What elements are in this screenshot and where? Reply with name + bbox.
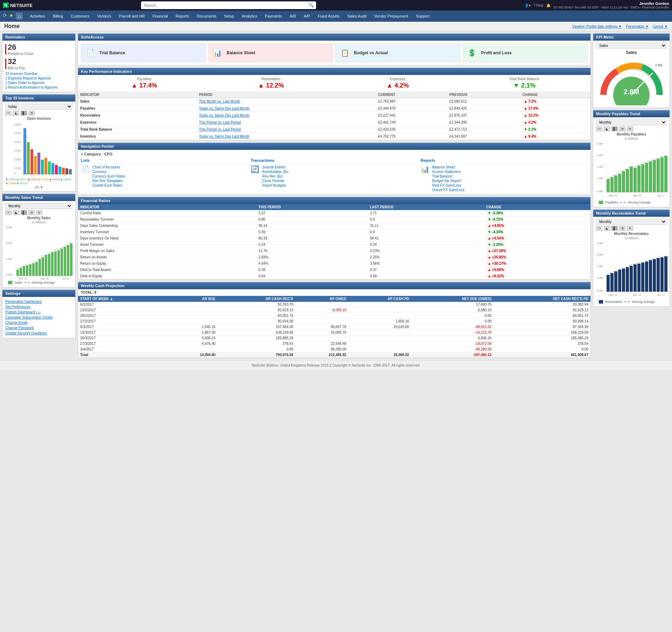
suite-card-budget[interactable]: 📋 Budget vs Actual bbox=[335, 43, 461, 62]
settings-link-0[interactable]: Personalize Dashboard bbox=[5, 299, 72, 304]
settings-link-3[interactable]: Campaign Subscription Center bbox=[5, 315, 72, 320]
back-icon[interactable]: ⟳ bbox=[3, 13, 7, 20]
nav-trans-0[interactable]: Journal Entries bbox=[262, 165, 288, 169]
suite-card-trial-balance[interactable]: 📄 Trial Balance bbox=[81, 43, 206, 62]
kpi-row-period[interactable]: Today vs. Same Day Last Month bbox=[197, 133, 376, 140]
ms-wave-icon[interactable]: ≋ bbox=[36, 210, 42, 215]
nav-activities[interactable]: Activities bbox=[26, 12, 48, 20]
settings-link-1[interactable]: Set Preferences bbox=[5, 304, 72, 310]
mp-line-icon[interactable]: 〜 bbox=[596, 126, 602, 131]
mr-wave-icon[interactable]: ≋ bbox=[627, 226, 633, 231]
nav-reports[interactable]: Reports bbox=[172, 12, 193, 20]
area-chart-icon[interactable]: ◣ bbox=[13, 111, 19, 116]
layout-control[interactable]: Layout ▼ bbox=[653, 25, 668, 28]
kpi-row-period[interactable]: This Period vs. Last Period bbox=[197, 126, 376, 133]
nav-list-0[interactable]: Chart of Accounts bbox=[92, 165, 125, 169]
nav-fixed-assets[interactable]: Fixed Assets bbox=[314, 12, 343, 20]
settings-link-2[interactable]: Publish Dashboard List bbox=[5, 310, 72, 315]
svg-text:5,000: 5,000 bbox=[14, 132, 21, 135]
mp-pie-icon[interactable]: ◔ bbox=[619, 126, 625, 131]
nav-report-0[interactable]: Balance Sheet bbox=[432, 165, 464, 169]
nav-trans-2[interactable]: Rev Rec JEs bbox=[262, 174, 288, 179]
kpi-expenses-value: ▲ 4.2% bbox=[334, 82, 461, 89]
mr-bar-icon[interactable]: ▌ bbox=[611, 226, 618, 231]
nav-ap[interactable]: A/P bbox=[300, 12, 314, 20]
nav-customers[interactable]: Customers bbox=[67, 12, 93, 20]
help-link[interactable]: ? Help bbox=[533, 4, 544, 7]
ms-area-icon[interactable]: ◣ bbox=[13, 210, 19, 215]
nav-billing[interactable]: Billing bbox=[49, 12, 66, 20]
pie-chart-icon[interactable]: ◔ bbox=[28, 111, 35, 116]
ms-pie-icon[interactable]: ◔ bbox=[28, 210, 35, 215]
monthly-receivables-select[interactable]: Monthly bbox=[596, 219, 667, 225]
nav-support[interactable]: Support bbox=[412, 12, 433, 20]
nav-report-5[interactable]: Unrizd FX Gain/Loss bbox=[432, 188, 464, 192]
personalize-control[interactable]: Personalize ▼ bbox=[626, 25, 649, 28]
kpi-row-period[interactable]: This Period vs. Last Period bbox=[197, 119, 376, 126]
settings-link-5[interactable]: Change Password bbox=[5, 325, 72, 331]
nav-trans-4[interactable]: Import Budgets bbox=[262, 183, 288, 188]
nav-documents[interactable]: Documents bbox=[193, 12, 220, 20]
kpi-row-change: ▲ 12.2% bbox=[520, 112, 590, 119]
search-input[interactable] bbox=[141, 1, 316, 9]
kpi-row-period[interactable]: Today vs. Same Day Last Month bbox=[197, 112, 376, 119]
star-icon[interactable]: ★ bbox=[9, 13, 14, 20]
kpi-row-previous: £2,849,425 bbox=[447, 105, 520, 112]
nav-report-2[interactable]: Trial Balance bbox=[432, 174, 464, 179]
user-icon[interactable]: 👤▾ bbox=[525, 4, 531, 7]
nav-vendors[interactable]: Vendors bbox=[93, 12, 114, 20]
nav-ar[interactable]: A/R bbox=[286, 12, 300, 20]
nav-list-2[interactable]: Currency Exch Rates bbox=[92, 174, 125, 179]
ms-bar-icon[interactable]: ▌ bbox=[21, 210, 27, 215]
viewing-control[interactable]: Viewing: Portlet date settings ▼ bbox=[572, 25, 622, 28]
kpi-meter-select[interactable]: Sales bbox=[596, 43, 667, 49]
nav-sales-audit[interactable]: Sales Audit bbox=[344, 12, 370, 20]
svg-rect-11 bbox=[30, 149, 33, 174]
mp-area-icon[interactable]: ◣ bbox=[604, 126, 610, 131]
nav-setup[interactable]: Setup bbox=[220, 12, 238, 20]
kpi-row-period[interactable]: Today vs. Same Day Last Month bbox=[197, 105, 376, 112]
monthly-payables-select[interactable]: Monthly bbox=[596, 119, 667, 125]
nav-payments[interactable]: Payments bbox=[261, 12, 286, 20]
search-icon[interactable]: 🔍 bbox=[308, 2, 314, 8]
nav-report-4[interactable]: Rizd FX Gain/Loss bbox=[432, 183, 464, 188]
monthly-sales-chart-icons: 〜 ◣ ▌ ◔ ≋ bbox=[5, 210, 72, 215]
nav-list-4[interactable]: Cnsldd Exch Rates bbox=[92, 183, 125, 188]
cash-ar-due: 1,867.00 bbox=[169, 330, 218, 335]
monthly-sales-period-select[interactable]: Monthly bbox=[5, 203, 72, 209]
mr-pie-icon[interactable]: ◔ bbox=[619, 226, 625, 231]
suite-card-balance-sheet[interactable]: 📊 Balance Sheet bbox=[208, 43, 334, 62]
nav-list-3[interactable]: Rev Rec Templates bbox=[92, 179, 125, 183]
nav-trans-1[interactable]: Amortization JEs bbox=[262, 169, 288, 174]
reminder-link-0[interactable]: 23 Invoices Overdue bbox=[5, 71, 72, 76]
logo[interactable]: N NETSUITE bbox=[3, 2, 33, 8]
kpi-receivables-value: ▲ 12.2% bbox=[208, 82, 334, 89]
reminder-link-1[interactable]: 1 Expense Report to Approve bbox=[5, 76, 72, 81]
suite-card-profit-loss[interactable]: 💲 Profit and Loss bbox=[463, 43, 588, 62]
bell-icon[interactable]: 🔔 bbox=[546, 4, 551, 7]
mp-wave-icon[interactable]: ≋ bbox=[627, 126, 633, 131]
line-chart-icon[interactable]: 〜 bbox=[5, 111, 12, 116]
reminder-link-2[interactable]: 1 Sales Order to Approve bbox=[5, 81, 72, 85]
top25-period-select[interactable]: today bbox=[5, 104, 72, 110]
settings-link-4[interactable]: Change Email bbox=[5, 320, 72, 325]
settings-link-6[interactable]: Update Security Questions bbox=[5, 331, 72, 336]
svg-rect-66 bbox=[622, 171, 625, 192]
mp-bar-icon[interactable]: ▌ bbox=[611, 126, 618, 131]
search-bar[interactable]: 🔍 bbox=[141, 1, 316, 9]
reminder-link-3[interactable]: 1 Return Authorisation to Approve bbox=[5, 85, 72, 90]
kpi-row-period[interactable]: This Month vs. Last Month bbox=[197, 98, 376, 105]
nav-report-1[interactable]: Income Statement bbox=[432, 169, 464, 174]
mr-area-icon[interactable]: ◣ bbox=[604, 226, 610, 231]
nav-list-1[interactable]: Currency bbox=[92, 169, 125, 174]
nav-payroll[interactable]: Payroll and HR bbox=[115, 12, 148, 20]
home-icon[interactable]: ⌂ bbox=[16, 13, 23, 20]
nav-analytics[interactable]: Analytics bbox=[238, 12, 261, 20]
nav-trans-3[interactable]: Close Periods bbox=[262, 179, 288, 183]
nav-vendor-prepayment[interactable]: Vendor Prepayment bbox=[371, 12, 412, 20]
nav-financial[interactable]: Financial bbox=[149, 12, 172, 20]
nav-report-3[interactable]: Budget Var Report bbox=[432, 179, 464, 183]
ms-line-icon[interactable]: 〜 bbox=[5, 210, 12, 215]
bar-chart-icon[interactable]: ▌ bbox=[21, 111, 27, 116]
mr-line-icon[interactable]: 〜 bbox=[596, 226, 602, 231]
